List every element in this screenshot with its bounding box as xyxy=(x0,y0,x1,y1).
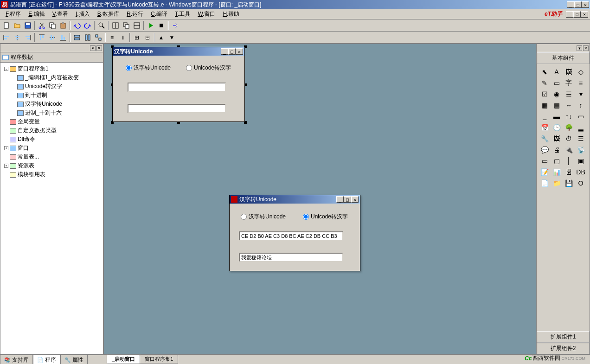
toolbar-icon[interactable]: 🔧 xyxy=(539,134,550,144)
center-form-h-button[interactable]: ⊞ xyxy=(131,32,142,43)
open-button[interactable] xyxy=(12,20,22,31)
text-icon[interactable]: 字 xyxy=(564,78,574,88)
tab-program[interactable]: 📄程序 xyxy=(33,355,60,364)
panel-close-button[interactable]: ✕ xyxy=(96,45,102,51)
spin-icon[interactable]: ↑↓ xyxy=(564,111,574,121)
menu-run[interactable]: R.运行 xyxy=(123,9,147,19)
edit-icon[interactable]: ✎ xyxy=(539,78,550,88)
run-radio-hanzi-to-unicode[interactable]: 汉字转Unicode xyxy=(241,213,286,221)
tab-window-program-set[interactable]: 窗口程序集1 xyxy=(140,354,178,364)
run-button[interactable] xyxy=(145,20,156,31)
tree-node[interactable]: +资源表 xyxy=(2,161,101,170)
tree-node[interactable]: +窗口 xyxy=(2,144,101,153)
menu-tools[interactable]: T.工具 xyxy=(171,9,194,19)
shape-icon[interactable]: ◇ xyxy=(576,67,586,77)
table-icon[interactable]: ▤ xyxy=(552,100,562,110)
palette-ext1-title[interactable]: 扩展组件1 xyxy=(537,331,590,343)
menu-program[interactable]: F.程序 xyxy=(2,9,25,19)
window-cascade-button[interactable] xyxy=(121,20,131,31)
tree-node[interactable]: 进制_十到十六 xyxy=(2,109,101,117)
menu-compile[interactable]: C.编译 xyxy=(147,9,171,19)
db-icon[interactable]: 🗄 xyxy=(564,167,574,177)
same-size-button[interactable] xyxy=(93,32,103,43)
new-button[interactable] xyxy=(1,20,12,31)
center-form-v-button[interactable]: ⊟ xyxy=(142,32,153,43)
palette-basic-title[interactable]: 基本组件 xyxy=(537,52,590,64)
timer-icon[interactable]: ⏱ xyxy=(564,134,574,144)
radio-input[interactable] xyxy=(186,65,192,71)
running-form[interactable]: 汉字转Unicode _ □ ✕ 汉字转Unicode Unicode转汉字 xyxy=(229,195,360,271)
tree-toggle-icon[interactable]: + xyxy=(4,164,8,168)
panel-pin-button[interactable]: ▾ xyxy=(90,45,96,51)
send-back-button[interactable]: ▼ xyxy=(167,32,177,43)
menu-view[interactable]: V.查看 xyxy=(49,9,72,19)
tab-startup-window[interactable]: _启动窗口 xyxy=(107,354,140,364)
menu-help[interactable]: H.帮助 xyxy=(219,9,243,19)
file-icon[interactable]: 📄 xyxy=(539,178,550,188)
window-tile-button[interactable] xyxy=(131,20,142,31)
align-top-button[interactable] xyxy=(36,32,47,43)
palette-ext2-title[interactable]: 扩展组件2 xyxy=(537,343,590,354)
tree-node[interactable]: -窗口程序集1 xyxy=(2,64,101,73)
close-button[interactable]: ✕ xyxy=(582,1,589,8)
label-icon[interactable]: A xyxy=(552,67,562,77)
menu-icon[interactable]: ☰ xyxy=(576,134,586,144)
combo-icon[interactable]: ▾ xyxy=(576,89,586,99)
run-edit-hex[interactable] xyxy=(239,231,343,241)
running-form-titlebar[interactable]: 汉字转Unicode _ □ ✕ xyxy=(230,195,360,204)
tree-node[interactable]: 到十进制 xyxy=(2,91,101,100)
dialog-icon[interactable]: 💬 xyxy=(539,145,550,155)
pointer-icon[interactable]: ⬉ xyxy=(539,67,550,77)
form-designer-canvas[interactable]: 汉字转Unicode _ □ ✕ 汉字转Unicode Unicode转汉字 xyxy=(103,44,536,355)
restore-button[interactable]: ❐ xyxy=(574,1,582,8)
run-edit-result[interactable] xyxy=(239,253,343,262)
date-icon[interactable]: 🕒 xyxy=(552,122,562,133)
vspace-equal-button[interactable]: ⫴ xyxy=(117,32,128,43)
odbc-icon[interactable]: DB xyxy=(576,167,586,177)
run-form-min-button[interactable]: _ xyxy=(336,196,344,203)
radio-input[interactable] xyxy=(303,214,309,220)
vscroll-icon[interactable]: ↕ xyxy=(576,100,586,110)
step-button[interactable] xyxy=(170,20,180,31)
mdi-minimize-button[interactable]: _ xyxy=(566,11,573,18)
tree-toggle-icon[interactable]: + xyxy=(4,146,8,150)
slider-icon[interactable]: ⎯ xyxy=(539,111,550,121)
window-split-button[interactable] xyxy=(110,20,121,31)
align-center-h-button[interactable] xyxy=(12,32,22,43)
find-button[interactable] xyxy=(96,20,107,31)
socket-icon[interactable]: 🔌 xyxy=(564,145,574,155)
design-form-max-button[interactable]: □ xyxy=(228,48,236,55)
picture-icon[interactable]: 🖼 xyxy=(564,67,574,77)
tab-properties[interactable]: 🔧属性 xyxy=(60,355,88,364)
tree-node[interactable]: 模块引用表 xyxy=(2,170,101,179)
bring-front-button[interactable]: ▲ xyxy=(156,32,167,43)
tree-node[interactable]: 自定义数据类型 xyxy=(2,126,101,135)
tree-node[interactable]: 全局变量 xyxy=(2,117,101,126)
cut-button[interactable] xyxy=(36,20,47,31)
design-form[interactable]: 汉字转Unicode _ □ ✕ 汉字转Unicode Unicode转汉字 xyxy=(112,47,245,122)
progress-icon[interactable]: ▬ xyxy=(552,111,562,121)
print-icon[interactable]: 🖨 xyxy=(552,145,562,155)
panel-icon[interactable]: ▢ xyxy=(552,156,562,166)
mdi-restore-button[interactable]: ❐ xyxy=(573,11,581,18)
frame-icon[interactable]: ▭ xyxy=(539,156,550,166)
design-edit-2[interactable] xyxy=(128,104,226,113)
calendar-icon[interactable]: 📅 xyxy=(539,122,550,133)
same-height-button[interactable] xyxy=(82,32,93,43)
chart-icon[interactable]: 📊 xyxy=(552,167,562,177)
radio-input[interactable] xyxy=(241,214,247,220)
redo-button[interactable] xyxy=(82,20,93,31)
tree-node[interactable]: 常量表... xyxy=(2,153,101,161)
design-radio-hanzi-to-unicode[interactable]: 汉字转Unicode xyxy=(126,64,171,72)
palette-close-button[interactable]: ✕ xyxy=(583,45,589,51)
tree-node[interactable]: Unicode转汉字 xyxy=(2,82,101,91)
checkbox-icon[interactable]: ☑ xyxy=(539,89,550,99)
design-edit-1[interactable] xyxy=(128,83,226,92)
radio-input[interactable] xyxy=(126,65,132,71)
group-icon[interactable]: ▣ xyxy=(576,156,586,166)
menu-edit[interactable]: E.编辑 xyxy=(25,9,48,19)
design-radio-unicode-to-hanzi[interactable]: Unicode转汉字 xyxy=(186,64,231,72)
tree-toggle-icon[interactable]: - xyxy=(4,67,8,71)
paste-button[interactable] xyxy=(58,20,68,31)
tree-node[interactable]: Dll命令 xyxy=(2,135,101,144)
